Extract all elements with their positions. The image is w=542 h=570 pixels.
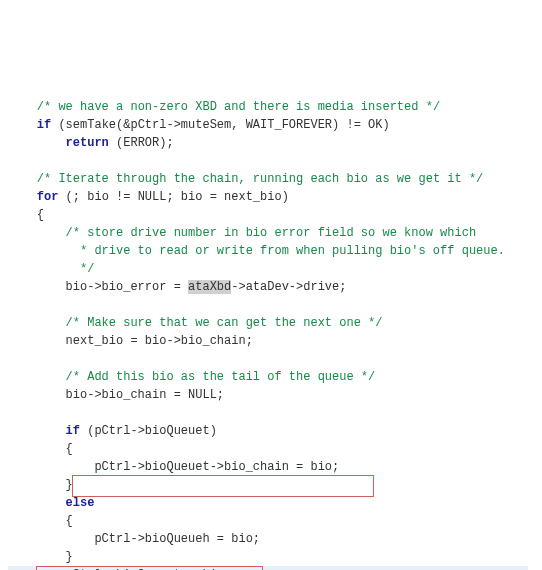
code-line: pCtrl->bioQueuet->bio_chain = bio; bbox=[8, 460, 339, 474]
comment-text: /* store drive number in bio error field… bbox=[66, 226, 476, 240]
code-text: (pCtrl->bioQueuet) bbox=[80, 424, 217, 438]
code-line: bio->bio_chain = NULL; bbox=[8, 388, 224, 402]
brace-open: { bbox=[66, 514, 73, 528]
code-text: pCtrl->bioQueueh = bio; bbox=[94, 532, 260, 546]
highlighted-token: ataXbd bbox=[188, 280, 231, 294]
code-line: { bbox=[8, 208, 44, 222]
keyword-else: else bbox=[66, 496, 95, 510]
brace-open: { bbox=[66, 442, 73, 456]
blank-line bbox=[8, 298, 15, 312]
code-line: next_bio = bio->bio_chain; bbox=[8, 334, 253, 348]
brace-close: } bbox=[66, 550, 73, 564]
code-text: (; bio != NULL; bio = next_bio) bbox=[58, 190, 288, 204]
code-line: /* store drive number in bio error field… bbox=[8, 226, 476, 240]
code-text: (semTake(&pCtrl->muteSem, WAIT_FOREVER) … bbox=[51, 118, 389, 132]
keyword-if: if bbox=[66, 424, 80, 438]
comment-text: /* Iterate through the chain, running ea… bbox=[37, 172, 483, 186]
brace-close: } bbox=[66, 478, 73, 492]
code-line: /* Make sure that we can get the next on… bbox=[8, 316, 382, 330]
code-line: pCtrl->bioQueueh = bio; bbox=[8, 532, 260, 546]
code-line: * drive to read or write from when pulli… bbox=[8, 244, 505, 258]
blank-line bbox=[8, 406, 15, 420]
code-line: /* we have a non-zero XBD and there is m… bbox=[8, 100, 440, 114]
code-line: if (semTake(&pCtrl->muteSem, WAIT_FOREVE… bbox=[8, 118, 390, 132]
code-text: pCtrl->bioQueuet->bio_chain = bio; bbox=[94, 460, 339, 474]
code-block: /* we have a non-zero XBD and there is m… bbox=[8, 80, 534, 570]
code-line: bio->bio_error = ataXbd->ataDev->drive; bbox=[8, 280, 346, 294]
code-line: { bbox=[8, 514, 73, 528]
keyword-return: return bbox=[66, 136, 109, 150]
comment-text: /* Make sure that we can get the next on… bbox=[66, 316, 383, 330]
code-line: else bbox=[8, 496, 94, 510]
keyword-for: for bbox=[37, 190, 59, 204]
code-line: return (ERROR); bbox=[8, 136, 174, 150]
comment-text: * drive to read or write from when pulli… bbox=[73, 244, 505, 258]
annotation-box-1 bbox=[72, 475, 374, 497]
code-line: if (pCtrl->bioQueuet) bbox=[8, 424, 217, 438]
code-line: /* Iterate through the chain, running ea… bbox=[8, 172, 483, 186]
code-line: } bbox=[8, 478, 73, 492]
code-line: { bbox=[8, 442, 73, 456]
code-text: ->ataDev->drive; bbox=[231, 280, 346, 294]
keyword-if: if bbox=[37, 118, 51, 132]
blank-line bbox=[8, 154, 15, 168]
code-line: /* Add this bio as the tail of the queue… bbox=[8, 370, 375, 384]
brace-open: { bbox=[37, 208, 44, 222]
highlighted-line: pCtrl->bioQueuet = bio; bbox=[8, 566, 528, 570]
comment-text: /* we have a non-zero XBD and there is m… bbox=[37, 100, 440, 114]
code-text: bio->bio_error = bbox=[66, 280, 188, 294]
code-text: (ERROR); bbox=[109, 136, 174, 150]
code-text: bio->bio_chain = NULL; bbox=[66, 388, 224, 402]
comment-text: */ bbox=[73, 262, 95, 276]
code-line: for (; bio != NULL; bio = next_bio) bbox=[8, 190, 289, 204]
code-line: } bbox=[8, 550, 73, 564]
blank-line bbox=[8, 352, 15, 366]
code-line: */ bbox=[8, 262, 94, 276]
comment-text: /* Add this bio as the tail of the queue… bbox=[66, 370, 376, 384]
code-text: next_bio = bio->bio_chain; bbox=[66, 334, 253, 348]
